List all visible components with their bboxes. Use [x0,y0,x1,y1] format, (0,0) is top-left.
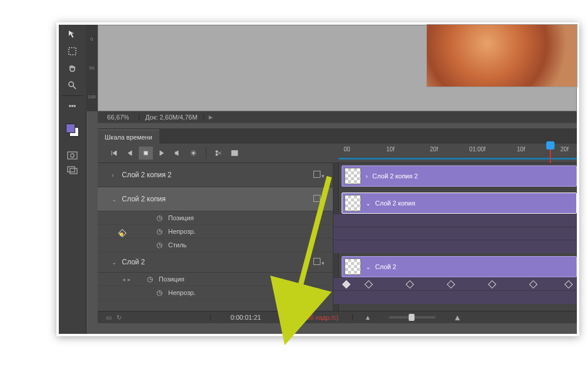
footer-icon[interactable]: ▭ [106,314,112,321]
film-icon[interactable] [313,171,320,178]
chevron-down-icon[interactable]: ▾ [322,260,325,266]
collapse-icon[interactable]: ⌄ [366,200,370,207]
timeline-panel: 00 10f 20f 01:00f 10f 20f › Слой 2 копия… [98,144,577,322]
keyframe-icon[interactable] [406,280,414,289]
zoom-out-icon[interactable]: ▲ [365,314,371,321]
tool-strip [59,25,86,334]
prev-frame-button[interactable] [123,147,137,160]
property-row-style[interactable]: ◷Стиль [98,238,333,252]
keyframe-icon[interactable] [488,280,496,289]
hand-tool[interactable] [65,61,80,76]
property-row-opacity[interactable]: ◷Непрозр. [98,286,333,300]
go-to-first-frame-button[interactable] [107,147,121,160]
film-icon[interactable] [313,258,320,265]
app-window: 050100 66,67% Док: 2,60M/4,76M ▶ Шкала в… [59,25,577,334]
mute-button[interactable] [171,147,185,160]
clip-label: Слой 2 копия 2 [372,173,417,180]
film-icon[interactable] [313,195,320,202]
keyframe-icon[interactable] [342,280,350,289]
next-frame-button[interactable] [155,147,169,160]
keyframe-track[interactable] [333,214,577,227]
slider-knob[interactable] [409,314,415,321]
chevron-down-icon[interactable]: ▾ [322,197,325,203]
color-swatches[interactable] [66,124,79,137]
settings-button[interactable] [186,147,201,160]
collapse-icon[interactable]: ⌄ [112,259,120,266]
time-ruler[interactable]: 00 10f 20f 01:00f 10f 20f [333,144,577,163]
layer-row[interactable]: ⌄ Слой 2 ▾ [98,252,333,273]
svg-point-1 [69,82,74,87]
keyframe-icon[interactable] [564,280,573,289]
svg-rect-0 [69,48,76,55]
layer-row[interactable]: ⌄ Слой 2 копия ▾ [98,187,333,211]
panel-icon-2[interactable] [65,164,80,177]
property-label: Стиль [168,241,186,248]
collapse-icon[interactable]: ⌄ [366,264,370,270]
timeline-zoom-slider[interactable] [389,316,436,319]
stopwatch-icon[interactable]: ◷ [156,214,162,222]
timeline-footer: ▭ ↻ 0:00:01:21 (06,06 кадр./с) ▲ ▲ [98,311,577,323]
timeline-tab[interactable]: Шкала времени [98,130,159,144]
property-row-position[interactable]: ◂◆▸ ◷Позиция [98,273,333,286]
keyframe-icon[interactable] [529,280,537,289]
stopwatch-icon[interactable]: ◷ [156,241,162,249]
play-stop-button[interactable] [139,147,153,160]
layer-name: Слой 2 копия [122,195,165,203]
svg-rect-8 [70,168,77,174]
collapse-icon[interactable]: ⌄ [112,196,120,203]
svg-point-11 [216,151,218,152]
keyframe-track[interactable] [333,290,577,304]
keyframe-track[interactable] [333,240,577,253]
frame-rate[interactable]: (06,06 кадр./с) [282,314,353,321]
timeline-tracks[interactable]: › Слой 2 копия 2 ⌄ Слой 2 копия ⌄ С [333,163,577,311]
transition-button[interactable] [228,147,242,160]
layer-list: › Слой 2 копия 2 ▾ ⌄ Слой 2 копия ▾ ◷Поз… [98,163,333,311]
clip-thumb [345,258,361,275]
keyframe-icon[interactable] [365,280,373,289]
keyframe-nav[interactable]: ◂◆▸ [122,276,131,283]
document-canvas[interactable] [98,25,577,111]
keyframe-icon[interactable] [447,280,455,289]
svg-point-12 [216,154,218,155]
stopwatch-icon[interactable]: ◷ [147,275,153,283]
marquee-tool[interactable] [65,44,80,59]
chevron-down-icon[interactable]: ▾ [322,173,325,179]
status-chevron-icon[interactable]: ▶ [204,114,218,120]
property-row-position[interactable]: ◷Позиция [98,211,333,225]
keyframe-track[interactable] [333,277,577,291]
expand-icon[interactable]: › [366,173,368,180]
edit-toolbar-button[interactable] [65,98,80,114]
ruler-tick: 01:00f [469,146,486,152]
property-label: Непрозр. [168,228,195,235]
zoom-in-icon[interactable]: ▲ [453,313,462,322]
svg-point-3 [72,105,73,107]
property-label: Позиция [159,276,185,283]
zoom-level[interactable]: 66,67% [98,114,139,121]
expand-icon[interactable]: › [112,172,120,178]
layer-row[interactable]: › Слой 2 копия 2 ▾ [98,163,333,187]
keyframe-track[interactable] [333,227,577,240]
clip[interactable]: ⌄ Слой 2 копия [342,193,577,214]
move-tool[interactable] [65,26,80,42]
clip[interactable]: › Слой 2 копия 2 [342,165,577,187]
ruler-tick: 10f [386,146,395,152]
svg-point-4 [74,105,75,107]
panel-icon-1[interactable] [65,149,80,162]
property-row-opacity[interactable]: ◷Непрозр. [98,225,333,238]
zoom-tool[interactable] [65,78,80,93]
current-timecode[interactable]: 0:00:01:21 [210,314,282,321]
playhead[interactable] [546,141,554,150]
stopwatch-icon[interactable]: ◷ [156,289,162,297]
document-size[interactable]: Док: 2,60M/4,76M [139,114,204,121]
svg-rect-5 [68,152,77,159]
foreground-color-swatch[interactable] [66,124,75,133]
work-area-bar[interactable] [339,158,577,160]
split-clip-button[interactable] [212,147,226,160]
footer-icon[interactable]: ↻ [116,314,122,321]
svg-rect-9 [144,151,148,155]
svg-point-6 [71,154,74,157]
layer-name: Слой 2 [122,258,145,266]
stopwatch-icon[interactable]: ◷ [156,227,162,236]
clip-thumb [345,195,361,211]
clip[interactable]: ⌄ Слой 2 [342,256,577,277]
